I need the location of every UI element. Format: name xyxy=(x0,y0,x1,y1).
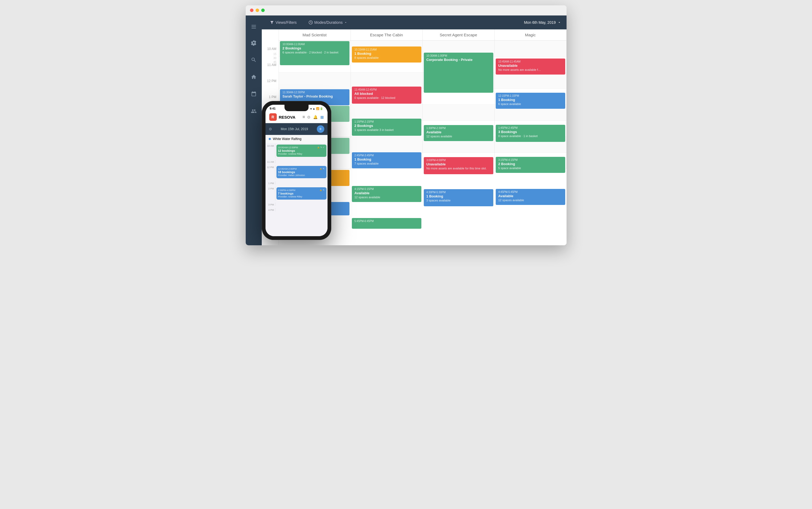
sidebar-item-home[interactable] xyxy=(249,72,259,82)
event-magic-1[interactable]: 10:45AM-11:45AM Unavailable No more asse… xyxy=(496,59,565,74)
phone-toolbar: ⚙ Mon 15th Jul, 2019 + xyxy=(265,123,327,135)
time-label-10am: 10 AM xyxy=(262,47,279,51)
time-label-11am: 11 AM xyxy=(262,63,279,67)
date-picker[interactable]: Mon 6th May, 2019 xyxy=(524,20,561,25)
phone-resource-name: White Water Rafting xyxy=(273,137,301,141)
event-mad-1[interactable]: 10:00AM-11:00AM 2 Bookings 6 spaces avai… xyxy=(280,41,350,65)
sidebar-item-users[interactable] xyxy=(249,106,259,116)
phone-time: 9:41 xyxy=(270,107,275,110)
filter-icon[interactable]: ⚙ xyxy=(269,127,272,131)
phone-event-3[interactable]: 2:00PM-4:00PM 7 bookings Provider: Andre… xyxy=(277,187,326,200)
time-slot-12pm: 12 PM xyxy=(262,81,279,97)
column-header-magic: Magic xyxy=(495,29,566,40)
sidebar-item-menu[interactable] xyxy=(249,21,259,30)
column-header-secret-agent: Secret Agent Escape xyxy=(423,29,495,40)
browser-window: Views/Filters Modes/Durations Mon 6th Ma… xyxy=(246,5,566,245)
svg-rect-2 xyxy=(251,28,256,29)
grid-column-secret-agent: 10:30AM-1:00PM Corporate Booking - Priva… xyxy=(423,41,495,169)
phone-overlay: 9:41 ● ▲ 📶 🔋 R RESOVA ≡ ⊙ 🔔 ▦ ⚙ xyxy=(262,101,334,245)
event-agent-2[interactable]: 1:30PM-2:30PM Available 12 spaces availa… xyxy=(424,125,493,141)
event-magic-4[interactable]: 3:15PM-4:15PM 2 Booking 5 space availabl… xyxy=(496,157,565,173)
event-cabin-1[interactable]: 10:15AM-11:15AM 1 Booking 8 spaces avail… xyxy=(352,46,421,63)
sidebar-item-calendar[interactable] xyxy=(249,89,259,99)
phone-notch xyxy=(285,105,308,111)
traffic-light-red[interactable] xyxy=(250,8,254,12)
phone-add-button[interactable]: + xyxy=(317,125,324,133)
help-icon[interactable]: ⊙ xyxy=(307,115,311,119)
phone-app-name: RESOVA xyxy=(279,115,300,120)
menu-icon[interactable]: ≡ xyxy=(302,114,305,120)
column-header-escape-cabin: Escape The Cabin xyxy=(351,29,423,40)
event-magic-2[interactable]: 12:15PM-1:15PM 1 Booking 6 space availab… xyxy=(496,93,565,109)
browser-chrome xyxy=(246,5,566,15)
column-header-mad-scientist: Mad Scientist xyxy=(279,29,351,40)
phone-screen: 9:41 ● ▲ 📶 🔋 R RESOVA ≡ ⊙ 🔔 ▦ ⚙ xyxy=(265,105,327,236)
grid-icon[interactable]: ▦ xyxy=(320,115,324,119)
event-cabin-4[interactable]: 2:45PM-3:45PM 1 Booking 7 spaces availab… xyxy=(352,152,421,168)
phone-frame: 9:41 ● ▲ 📶 🔋 R RESOVA ≡ ⊙ 🔔 ▦ ⚙ xyxy=(262,101,331,240)
modes-durations-button[interactable]: Modes/Durations xyxy=(306,19,350,26)
sidebar-item-settings[interactable] xyxy=(249,38,259,47)
event-cabin-3[interactable]: 1:15PM-2:15PM 2 Bookings 1 spaces availa… xyxy=(352,118,421,136)
event-agent-3[interactable]: 3:00PM-4:00PM Unavailable No more assets… xyxy=(424,157,493,174)
time-label-12pm: 12 PM xyxy=(262,79,279,83)
bell-icon[interactable]: 🔔 xyxy=(313,115,318,119)
sidebar xyxy=(246,15,262,245)
time-slot-10am: 10 AM 15 30 45 xyxy=(262,48,279,65)
phone-logo: R xyxy=(269,113,277,121)
traffic-light-green[interactable] xyxy=(261,8,265,12)
phone-nav: R RESOVA ≡ ⊙ 🔔 ▦ xyxy=(265,111,327,123)
event-agent-4[interactable]: 4:30PM-5:30PM 1 Booking 3 spaces availab… xyxy=(424,189,493,206)
sidebar-item-search[interactable] xyxy=(249,55,259,65)
grid-column-magic: 10:45AM-11:45AM Unavailable No more asse… xyxy=(495,41,566,169)
event-cabin-2[interactable]: 11:45AM-12:45PM All blocked 0 spaces ava… xyxy=(352,87,421,104)
phone-event-2[interactable]: 12:00AM-2:00PM 18 bookings Provider: Hel… xyxy=(277,166,326,178)
views-filters-button[interactable]: Views/Filters xyxy=(267,19,299,26)
phone-status-icons: ● ▲ 📶 🔋 xyxy=(310,107,323,110)
resource-dot xyxy=(269,138,271,140)
phone-event-1[interactable]: 10:00AM-12:00PM 12 bookings Provider: An… xyxy=(277,144,326,157)
grid-column-escape-cabin: 10:15AM-11:15AM 1 Booking 8 spaces avail… xyxy=(351,41,423,169)
traffic-light-yellow[interactable] xyxy=(256,8,259,12)
event-magic-5[interactable]: 4:45PM-5:45PM Available 12 spaces availa… xyxy=(496,189,565,205)
top-nav: Views/Filters Modes/Durations Mon 6th Ma… xyxy=(262,15,566,29)
svg-rect-1 xyxy=(251,27,256,27)
phone-nav-icons: ⊙ 🔔 ▦ xyxy=(307,115,324,119)
phone-date: Mon 15th Jul, 2019 xyxy=(274,127,315,131)
time-label-1pm: 1 PM xyxy=(262,95,279,99)
event-agent-1[interactable]: 10:30AM-1:00PM Corporate Booking - Priva… xyxy=(424,53,493,93)
svg-rect-0 xyxy=(251,25,256,26)
event-magic-3[interactable]: 1:45PM-2:45PM 3 Bookings 0 space availab… xyxy=(496,125,565,142)
column-headers: Mad Scientist Escape The Cabin Secret Ag… xyxy=(279,29,566,41)
phone-resource-header: White Water Rafting xyxy=(265,135,327,143)
event-cabin-6[interactable]: 5:45PM-6:45PM xyxy=(352,218,421,229)
event-cabin-5[interactable]: 4:15PM-5:15PM Available 12 spaces availa… xyxy=(352,186,421,202)
time-slot-11am: 11 AM xyxy=(262,65,279,81)
